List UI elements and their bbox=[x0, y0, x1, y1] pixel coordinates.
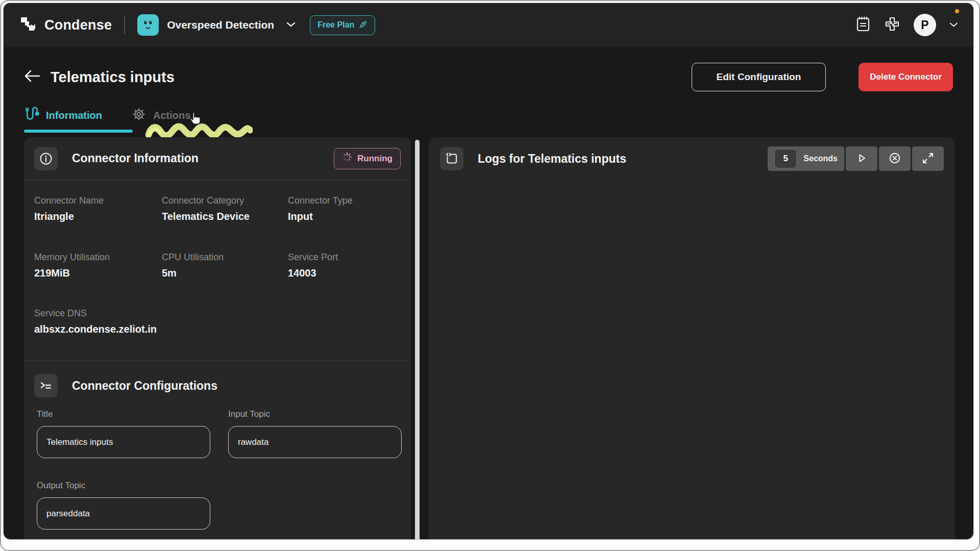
brand: Condense bbox=[19, 15, 112, 35]
active-tab-underline bbox=[24, 130, 133, 133]
expand-logs-button[interactable] bbox=[912, 146, 944, 171]
status-label: Running bbox=[357, 154, 393, 164]
project-name: Overspeed Detection bbox=[167, 19, 274, 31]
connection-icon bbox=[24, 106, 39, 124]
rocket-icon bbox=[359, 20, 368, 31]
play-icon bbox=[855, 152, 868, 166]
logs-title: Logs for Telematics inputs bbox=[478, 152, 626, 166]
logs-header: Logs for Telematics inputs 5 Seconds bbox=[429, 137, 955, 180]
cancel-icon bbox=[888, 152, 901, 166]
refresh-interval-control[interactable]: 5 Seconds bbox=[768, 146, 844, 171]
field-cpu-utilisation: CPU Utilisation 5m bbox=[162, 252, 288, 279]
field-service-dns: Service DNS albsxz.condense.zeliot.in bbox=[24, 279, 411, 335]
list-config-icon bbox=[34, 374, 58, 397]
spinner-icon bbox=[342, 152, 352, 165]
delete-connector-button[interactable]: Delete Connector bbox=[859, 63, 953, 91]
input-topic-field-label: Input Topic bbox=[228, 409, 402, 419]
connector-info-title: Connector Information bbox=[72, 152, 199, 165]
connector-info-header: Connector Information Running bbox=[24, 137, 411, 180]
connector-config-header: Connector Configurations bbox=[24, 364, 411, 407]
tab-actions-label: Actions bbox=[153, 110, 190, 121]
notification-dot bbox=[955, 9, 959, 13]
field-connector-type: Connector Type Input bbox=[288, 195, 401, 222]
info-icon bbox=[34, 147, 58, 170]
health-cross-icon[interactable] bbox=[884, 16, 900, 34]
logs-card: Logs for Telematics inputs 5 Seconds bbox=[429, 137, 955, 540]
page-header: Telematics inputs Edit Configuration Del… bbox=[24, 62, 953, 92]
plan-badge[interactable]: Free Plan bbox=[310, 15, 375, 35]
divider bbox=[124, 15, 125, 35]
field-service-port: Service Port 14003 bbox=[288, 252, 401, 279]
avatar[interactable]: P bbox=[914, 14, 936, 36]
app-window: Condense Overspeed Detection Free Plan bbox=[3, 3, 974, 540]
connector-fields: Connector Name Itriangle Connector Categ… bbox=[24, 180, 411, 279]
connector-info-card: Connector Information Running Connector … bbox=[24, 137, 411, 540]
chevron-down-icon bbox=[286, 20, 296, 30]
field-connector-name: Connector Name Itriangle bbox=[34, 195, 162, 222]
connector-config-form: Title Input Topic Output Topic bbox=[24, 407, 411, 530]
field-connector-category: Connector Category Telematics Device bbox=[162, 195, 288, 222]
gear-icon bbox=[131, 107, 146, 124]
condense-logo-icon bbox=[19, 15, 37, 35]
edit-configuration-button[interactable]: Edit Configuration bbox=[692, 63, 826, 91]
brand-name: Condense bbox=[44, 17, 112, 33]
connector-config-title: Connector Configurations bbox=[72, 379, 217, 393]
topbar-actions: P bbox=[855, 14, 958, 36]
tab-bar: Information Actions bbox=[24, 104, 953, 133]
output-topic-field-group: Output Topic bbox=[37, 481, 210, 530]
interval-value-input[interactable]: 5 bbox=[774, 149, 797, 168]
logs-body bbox=[429, 180, 955, 537]
code-logs-icon bbox=[440, 147, 463, 170]
tab-information-label: Information bbox=[46, 110, 102, 121]
page-title: Telematics inputs bbox=[51, 69, 175, 86]
tab-actions[interactable]: Actions bbox=[131, 104, 190, 133]
project-switcher[interactable]: Overspeed Detection bbox=[137, 14, 296, 36]
input-topic-input[interactable] bbox=[228, 426, 402, 458]
title-input[interactable] bbox=[37, 426, 210, 458]
plan-label: Free Plan bbox=[317, 20, 354, 30]
clipboard-icon[interactable] bbox=[855, 16, 871, 34]
section-divider bbox=[24, 361, 411, 361]
output-topic-field-label: Output Topic bbox=[37, 481, 210, 491]
log-controls: 5 Seconds bbox=[768, 146, 944, 171]
topbar: Condense Overspeed Detection Free Plan bbox=[4, 3, 973, 47]
expand-icon bbox=[921, 152, 935, 166]
input-topic-field-group: Input Topic bbox=[228, 409, 402, 458]
project-face-icon bbox=[137, 14, 159, 36]
stop-logs-button[interactable] bbox=[879, 146, 911, 171]
play-logs-button[interactable] bbox=[846, 146, 877, 171]
left-panel-scrollbar[interactable] bbox=[415, 140, 420, 540]
field-memory-utilisation: Memory Utilisation 219MiB bbox=[34, 252, 162, 279]
status-badge: Running bbox=[334, 148, 401, 169]
main-content: Connector Information Running Connector … bbox=[4, 137, 973, 540]
chevron-down-icon[interactable] bbox=[949, 20, 958, 30]
title-field-label: Title bbox=[37, 409, 210, 419]
interval-unit-label: Seconds bbox=[803, 154, 838, 163]
output-topic-input[interactable] bbox=[37, 497, 210, 530]
title-field-group: Title bbox=[37, 409, 210, 458]
tab-information[interactable]: Information bbox=[24, 104, 102, 133]
back-arrow-icon[interactable] bbox=[24, 69, 40, 85]
